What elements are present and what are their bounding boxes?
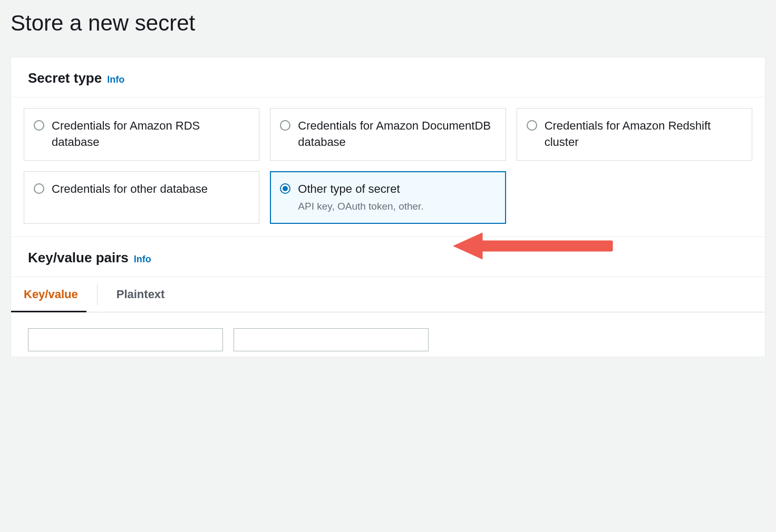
option-rds[interactable]: Credentials for Amazon RDS database: [24, 108, 259, 161]
secret-type-title: Secret type: [28, 70, 102, 86]
option-description: API key, OAuth token, other.: [298, 200, 423, 213]
tab-divider: [97, 284, 98, 305]
kv-panel: Key/value pairs Info Key/value Plaintext: [11, 237, 765, 357]
option-label: Credentials for Amazon Redshift cluster: [545, 118, 741, 151]
secret-type-info-link[interactable]: Info: [107, 74, 124, 85]
tab-plaintext[interactable]: Plaintext: [117, 277, 184, 312]
tab-key-value[interactable]: Key/value: [24, 277, 97, 312]
option-documentdb[interactable]: Credentials for Amazon DocumentDB databa…: [270, 108, 506, 161]
kv-title: Key/value pairs: [28, 250, 129, 266]
radio-icon: [34, 120, 44, 131]
value-input[interactable]: [234, 328, 429, 351]
radio-icon: [280, 183, 290, 194]
kv-tabs: Key/value Plaintext: [11, 277, 765, 312]
secret-type-options: Credentials for Amazon RDS database Cred…: [24, 108, 752, 224]
secret-type-header: Secret type Info: [11, 57, 765, 97]
secret-type-body: Credentials for Amazon RDS database Cred…: [11, 97, 765, 237]
option-label: Other type of secret: [298, 181, 423, 198]
option-redshift[interactable]: Credentials for Amazon Redshift cluster: [517, 108, 752, 161]
option-label: Credentials for other database: [52, 181, 208, 198]
option-label: Credentials for Amazon DocumentDB databa…: [298, 118, 494, 151]
option-other-db[interactable]: Credentials for other database: [24, 171, 259, 224]
kv-header: Key/value pairs Info: [11, 237, 765, 277]
kv-inputs-row: [11, 312, 765, 357]
option-label: Credentials for Amazon RDS database: [52, 118, 248, 151]
key-input[interactable]: [28, 328, 223, 351]
kv-info-link[interactable]: Info: [134, 254, 151, 265]
radio-icon: [527, 120, 537, 131]
radio-icon: [34, 183, 44, 194]
option-other-secret[interactable]: Other type of secret API key, OAuth toke…: [270, 171, 506, 224]
page-title: Store a new secret: [11, 11, 765, 36]
radio-icon: [280, 120, 290, 131]
secret-type-panel: Secret type Info Credentials for Amazon …: [11, 57, 765, 237]
